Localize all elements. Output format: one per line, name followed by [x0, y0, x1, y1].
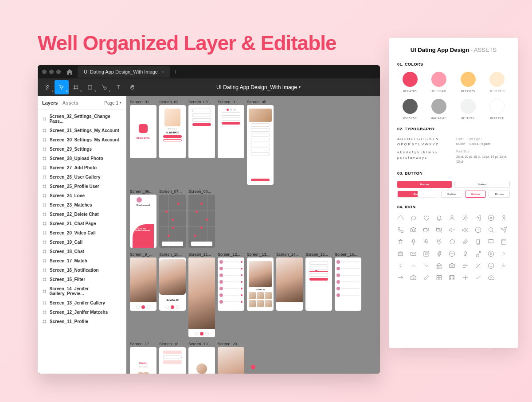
layer-item[interactable]: Screen_29_Settings: [38, 144, 126, 154]
layer-item[interactable]: Screen_25_Profile User: [38, 182, 126, 191]
mobile-screen: [247, 105, 274, 185]
artboard-label: Screen_15...: [305, 252, 332, 257]
shape-tool[interactable]: ▾: [83, 80, 97, 94]
layer-item[interactable]: Screen_13_Jenifer Gallery: [38, 298, 126, 308]
layer-item[interactable]: Screen_17_Match: [38, 256, 126, 265]
layer-item[interactable]: Screen_32_Settings_Change Pass...: [38, 112, 126, 126]
canvas-area[interactable]: Screen_01...BLIND DATEScreen_02...Welcom…: [126, 96, 380, 374]
page-selector[interactable]: Page 1▾: [104, 101, 121, 105]
artboard[interactable]: Screen_18...: [159, 342, 186, 374]
new-tab-button[interactable]: +: [174, 68, 177, 75]
button-demo-row1: Button Button: [397, 181, 510, 188]
canvas-title[interactable]: UI Dating App Design_With Image ▾: [140, 84, 377, 90]
layer-item[interactable]: Screen_15_Filter: [38, 275, 126, 284]
add-circle-icon: [449, 250, 455, 257]
mobile-screen: Cheers!It's a match: [130, 347, 156, 374]
search-icon: [488, 226, 494, 233]
hand-tool[interactable]: [125, 80, 140, 94]
layer-item[interactable]: Screen_28_Upload Photo: [38, 154, 126, 163]
login-icon: [475, 215, 481, 221]
tab-close-icon[interactable]: ×: [161, 70, 164, 74]
artboard[interactable]: Screen_12...: [218, 252, 244, 311]
artboard[interactable]: Screen_06...Brian ImmanuelLet's find you…: [130, 189, 156, 248]
artboard[interactable]: Screen_15...: [305, 252, 332, 311]
artboard-label: Screen_0...: [218, 100, 244, 104]
layers-tab[interactable]: Layers: [42, 100, 58, 105]
close-icon[interactable]: [42, 70, 47, 74]
artboard[interactable]: Screen_13...Jennifer, 22: [247, 252, 274, 311]
move-tool[interactable]: ▾: [55, 80, 69, 94]
artboard[interactable]: Screen_9_...: [130, 252, 156, 311]
artboard[interactable]: Screen_02...Welcome toBLIND DATE: [159, 100, 186, 158]
minimize-icon[interactable]: [49, 70, 54, 74]
calendar-icon: [501, 238, 507, 245]
color-swatch: #FFECD0: [485, 72, 510, 93]
artboard[interactable]: Screen_16...: [335, 252, 361, 311]
layer-item[interactable]: Screen_23_Matches: [38, 200, 126, 210]
file-tab[interactable]: UI Dating App Design_With Image ×: [78, 66, 170, 78]
gear-icon: [462, 215, 469, 221]
artboard-label: Screen_06...: [130, 189, 156, 194]
layer-item[interactable]: Screen_30_Settings_My Account: [38, 135, 126, 144]
chevron-up-icon: [410, 262, 417, 269]
toolbar: ▾ ▾ ▾ ▾ ▾ UI Dating App Design_With Imag…: [38, 78, 380, 96]
color-swatches: #EF4765#FF9BAD#FFC875#FFECD0#5E5E5E#ACAC…: [397, 72, 510, 120]
artboard[interactable]: Screen_19...Patricia: [188, 342, 215, 374]
phone-icon: [397, 226, 404, 233]
layer-item[interactable]: Screen_11_Profile: [38, 317, 126, 326]
mobile-screen: [218, 105, 244, 158]
svg-rect-2: [46, 88, 47, 90]
svg-rect-1: [46, 86, 47, 88]
artboard[interactable]: Screen_08...: [188, 189, 215, 248]
layer-item[interactable]: Screen_14_Jenifer Gallery_Previe...: [38, 284, 126, 298]
artboard[interactable]: Screen_0...: [218, 100, 244, 158]
artboard[interactable]: Screen_07...: [159, 189, 186, 248]
section-icon: 04. ICON: [397, 205, 510, 209]
artboard-label: Screen_11...: [188, 252, 215, 257]
mobile-icon: [475, 238, 481, 245]
artboard[interactable]: Screen_01...BLIND DATE: [130, 100, 156, 158]
artboard[interactable]: Screen_05...: [247, 100, 274, 185]
layer-item[interactable]: Screen_27_Add Photo: [38, 163, 126, 172]
artboard[interactable]: Screen_10...Jennifer, 22: [159, 252, 186, 311]
artboard-label: Screen_02...: [159, 100, 186, 104]
artboard[interactable]: Screen_20...: [218, 342, 244, 374]
home-icon[interactable]: [66, 68, 73, 75]
layer-item[interactable]: Screen_20_Video Call: [38, 228, 126, 238]
frame-tool[interactable]: ▾: [69, 80, 83, 94]
artboard-label: Screen_20...: [218, 342, 244, 346]
artboard[interactable]: Screen_03...: [188, 100, 215, 158]
clock-icon: [475, 226, 481, 233]
layer-item[interactable]: Screen_16_Notification: [38, 265, 126, 275]
bell-icon: [436, 215, 442, 221]
mobile-screen: [159, 195, 186, 248]
artboard-label: Screen_10...: [159, 252, 186, 257]
svg-rect-5: [88, 85, 92, 89]
assets-tab[interactable]: Assets: [62, 100, 78, 105]
artboard-label: Screen_17...: [130, 342, 156, 346]
pen-tool[interactable]: ▾: [97, 80, 111, 94]
layer-item[interactable]: Screen_21_Chat Page: [38, 219, 126, 228]
button-half: Button: [397, 191, 438, 198]
fullscreen-icon[interactable]: [56, 70, 61, 74]
artboard[interactable]: Screen_11...: [188, 252, 215, 337]
layer-item[interactable]: Screen_26_User Gallery: [38, 172, 126, 182]
artboard[interactable]: Screen_17...Cheers!It's a match: [130, 342, 156, 374]
assets-title: UI Dating App Design - ASSETS: [397, 47, 510, 53]
layer-item[interactable]: Screen_19_Call: [38, 238, 126, 247]
play-circle-icon: [488, 250, 494, 257]
send-icon: [501, 226, 507, 233]
svg-rect-3: [48, 85, 49, 86]
artboard[interactable]: Screen_14...: [276, 252, 303, 311]
text-tool[interactable]: [111, 80, 125, 94]
button-small-out2: Button: [489, 191, 510, 198]
layer-list[interactable]: Screen_32_Settings_Change Pass...Screen_…: [38, 110, 126, 374]
layer-item[interactable]: Screen_18_Chat: [38, 247, 126, 256]
figma-menu-icon[interactable]: ▾: [40, 80, 55, 94]
layer-item[interactable]: Screen_22_Delete Chat: [38, 210, 126, 219]
layer-item[interactable]: Screen_31_Settings_My Account: [38, 126, 126, 135]
layer-item[interactable]: Screen_24_Love: [38, 191, 126, 200]
mute-icon: [449, 226, 455, 233]
layer-item[interactable]: Screen_12_Jenifer Matcehs: [38, 308, 126, 317]
film-icon: [449, 274, 455, 281]
